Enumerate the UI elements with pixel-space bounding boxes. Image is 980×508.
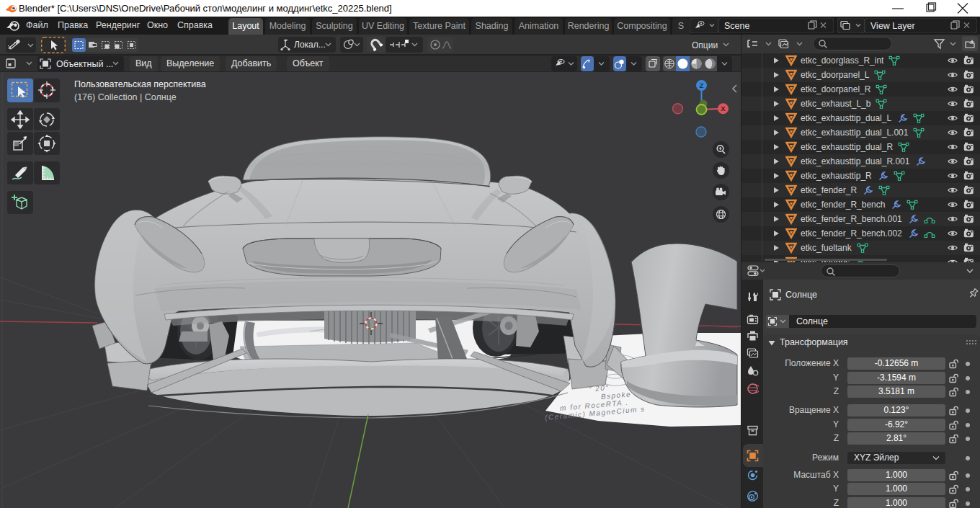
- svg-text:Scene: Scene: [724, 21, 749, 31]
- svg-text:View Layer: View Layer: [870, 21, 915, 31]
- svg-text:Локал...: Локал...: [294, 40, 326, 50]
- svg-text:X: X: [721, 104, 726, 112]
- svg-text:Z: Z: [700, 81, 704, 89]
- svg-text:Объектный ...: Объектный ...: [56, 59, 113, 69]
- svg-text:Опции: Опции: [692, 40, 718, 50]
